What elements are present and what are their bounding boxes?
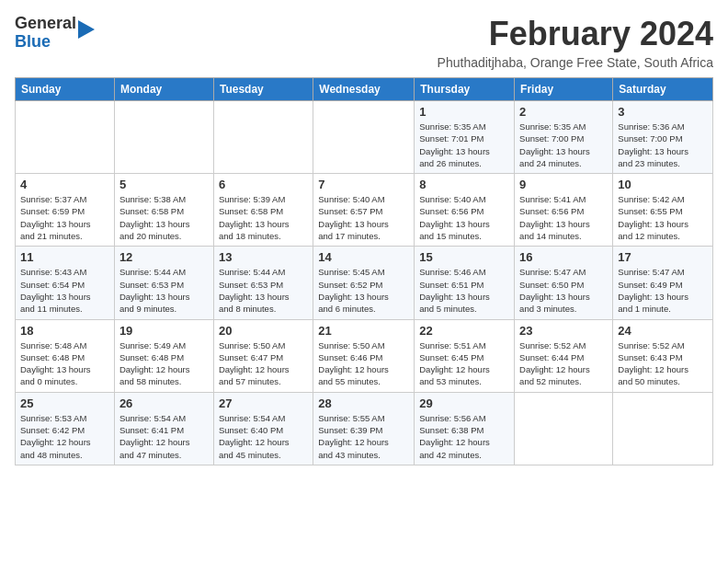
day-number: 16: [519, 250, 608, 264]
day-number: 24: [618, 324, 708, 338]
day-number: 10: [618, 178, 708, 191]
day-number: 6: [219, 178, 308, 191]
day-number: 11: [20, 250, 109, 264]
calendar-cell: 25Sunrise: 5:53 AM Sunset: 6:42 PM Dayli…: [16, 392, 115, 465]
day-info: Sunrise: 5:50 AM Sunset: 6:46 PM Dayligh…: [318, 339, 409, 388]
svg-marker-0: [78, 20, 95, 39]
day-info: Sunrise: 5:47 AM Sunset: 6:50 PM Dayligh…: [519, 266, 608, 315]
calendar-cell: 10Sunrise: 5:42 AM Sunset: 6:55 PM Dayli…: [613, 174, 713, 247]
day-number: 13: [219, 250, 308, 264]
calendar-cell: [313, 101, 415, 174]
calendar-cell: [213, 101, 313, 174]
calendar-cell: 1Sunrise: 5:35 AM Sunset: 7:01 PM Daylig…: [415, 101, 515, 174]
calendar-cell: 15Sunrise: 5:46 AM Sunset: 6:51 PM Dayli…: [415, 247, 515, 319]
day-info: Sunrise: 5:55 AM Sunset: 6:39 PM Dayligh…: [318, 412, 409, 461]
day-number: 8: [419, 178, 509, 191]
calendar-cell: 5Sunrise: 5:38 AM Sunset: 6:58 PM Daylig…: [114, 174, 213, 247]
day-info: Sunrise: 5:40 AM Sunset: 6:57 PM Dayligh…: [318, 193, 409, 242]
logo-icon: [78, 20, 95, 39]
day-number: 19: [119, 324, 209, 338]
day-info: Sunrise: 5:47 AM Sunset: 6:49 PM Dayligh…: [618, 266, 708, 315]
calendar-cell: 4Sunrise: 5:37 AM Sunset: 6:59 PM Daylig…: [16, 174, 115, 247]
calendar-cell: 29Sunrise: 5:56 AM Sunset: 6:38 PM Dayli…: [415, 392, 515, 465]
calendar-cell: 28Sunrise: 5:55 AM Sunset: 6:39 PM Dayli…: [313, 392, 415, 465]
day-info: Sunrise: 5:35 AM Sunset: 7:00 PM Dayligh…: [519, 121, 608, 169]
calendar-cell: 19Sunrise: 5:49 AM Sunset: 6:48 PM Dayli…: [114, 319, 213, 392]
day-number: 20: [219, 324, 308, 338]
calendar-cell: 3Sunrise: 5:36 AM Sunset: 7:00 PM Daylig…: [613, 101, 713, 174]
day-info: Sunrise: 5:50 AM Sunset: 6:47 PM Dayligh…: [219, 339, 308, 388]
day-info: Sunrise: 5:35 AM Sunset: 7:01 PM Dayligh…: [419, 121, 509, 169]
day-number: 25: [20, 396, 109, 410]
day-info: Sunrise: 5:44 AM Sunset: 6:53 PM Dayligh…: [219, 266, 308, 315]
calendar-cell: 11Sunrise: 5:43 AM Sunset: 6:54 PM Dayli…: [16, 247, 115, 319]
col-header-saturday: Saturday: [613, 78, 713, 101]
day-info: Sunrise: 5:56 AM Sunset: 6:38 PM Dayligh…: [419, 412, 509, 461]
day-number: 3: [618, 105, 708, 119]
col-header-tuesday: Tuesday: [213, 78, 313, 101]
calendar-cell: 22Sunrise: 5:51 AM Sunset: 6:45 PM Dayli…: [415, 319, 515, 392]
day-info: Sunrise: 5:45 AM Sunset: 6:52 PM Dayligh…: [318, 266, 409, 315]
day-info: Sunrise: 5:54 AM Sunset: 6:40 PM Dayligh…: [219, 412, 308, 461]
day-number: 1: [419, 105, 509, 119]
logo-text: General Blue: [15, 15, 76, 52]
day-number: 4: [20, 178, 109, 191]
calendar-cell: [613, 392, 713, 465]
calendar-cell: 2Sunrise: 5:35 AM Sunset: 7:00 PM Daylig…: [515, 101, 613, 174]
calendar-cell: 13Sunrise: 5:44 AM Sunset: 6:53 PM Dayli…: [213, 247, 313, 319]
col-header-wednesday: Wednesday: [313, 78, 415, 101]
calendar-cell: 8Sunrise: 5:40 AM Sunset: 6:56 PM Daylig…: [415, 174, 515, 247]
col-header-monday: Monday: [114, 78, 213, 101]
day-number: 22: [419, 324, 509, 338]
calendar-week-row: 4Sunrise: 5:37 AM Sunset: 6:59 PM Daylig…: [16, 174, 713, 247]
page-header: General Blue February 2024 Phuthaditjhab…: [15, 15, 713, 70]
col-header-sunday: Sunday: [16, 78, 115, 101]
day-number: 28: [318, 396, 409, 410]
calendar-cell: 7Sunrise: 5:40 AM Sunset: 6:57 PM Daylig…: [313, 174, 415, 247]
day-number: 23: [519, 324, 608, 338]
day-number: 14: [318, 250, 409, 264]
day-info: Sunrise: 5:53 AM Sunset: 6:42 PM Dayligh…: [20, 412, 109, 461]
day-info: Sunrise: 5:42 AM Sunset: 6:55 PM Dayligh…: [618, 193, 708, 242]
location-title: Phuthaditjhaba, Orange Free State, South…: [438, 55, 713, 70]
calendar-cell: [114, 101, 213, 174]
day-number: 2: [519, 105, 608, 119]
col-header-friday: Friday: [515, 78, 613, 101]
day-number: 9: [519, 178, 608, 191]
calendar-week-row: 25Sunrise: 5:53 AM Sunset: 6:42 PM Dayli…: [16, 392, 713, 465]
logo: General Blue: [15, 15, 95, 52]
day-info: Sunrise: 5:44 AM Sunset: 6:53 PM Dayligh…: [119, 266, 209, 315]
day-info: Sunrise: 5:41 AM Sunset: 6:56 PM Dayligh…: [519, 193, 608, 242]
calendar-cell: 27Sunrise: 5:54 AM Sunset: 6:40 PM Dayli…: [213, 392, 313, 465]
day-number: 12: [119, 250, 209, 264]
day-info: Sunrise: 5:37 AM Sunset: 6:59 PM Dayligh…: [20, 193, 109, 242]
day-number: 7: [318, 178, 409, 191]
calendar-cell: 17Sunrise: 5:47 AM Sunset: 6:49 PM Dayli…: [613, 247, 713, 319]
calendar-cell: 16Sunrise: 5:47 AM Sunset: 6:50 PM Dayli…: [515, 247, 613, 319]
calendar-cell: 24Sunrise: 5:52 AM Sunset: 6:43 PM Dayli…: [613, 319, 713, 392]
day-number: 27: [219, 396, 308, 410]
calendar-cell: 23Sunrise: 5:52 AM Sunset: 6:44 PM Dayli…: [515, 319, 613, 392]
day-info: Sunrise: 5:51 AM Sunset: 6:45 PM Dayligh…: [419, 339, 509, 388]
calendar-cell: 14Sunrise: 5:45 AM Sunset: 6:52 PM Dayli…: [313, 247, 415, 319]
day-number: 29: [419, 396, 509, 410]
day-number: 21: [318, 324, 409, 338]
day-info: Sunrise: 5:54 AM Sunset: 6:41 PM Dayligh…: [119, 412, 209, 461]
calendar-cell: 21Sunrise: 5:50 AM Sunset: 6:46 PM Dayli…: [313, 319, 415, 392]
day-info: Sunrise: 5:48 AM Sunset: 6:48 PM Dayligh…: [20, 339, 109, 388]
calendar-cell: [515, 392, 613, 465]
day-info: Sunrise: 5:40 AM Sunset: 6:56 PM Dayligh…: [419, 193, 509, 242]
day-number: 17: [618, 250, 708, 264]
title-section: February 2024 Phuthaditjhaba, Orange Fre…: [438, 15, 713, 70]
day-number: 5: [119, 178, 209, 191]
month-title: February 2024: [438, 15, 713, 53]
day-info: Sunrise: 5:39 AM Sunset: 6:58 PM Dayligh…: [219, 193, 308, 242]
calendar-cell: 12Sunrise: 5:44 AM Sunset: 6:53 PM Dayli…: [114, 247, 213, 319]
day-info: Sunrise: 5:52 AM Sunset: 6:44 PM Dayligh…: [519, 339, 608, 388]
calendar-week-row: 18Sunrise: 5:48 AM Sunset: 6:48 PM Dayli…: [16, 319, 713, 392]
calendar-cell: 9Sunrise: 5:41 AM Sunset: 6:56 PM Daylig…: [515, 174, 613, 247]
calendar-cell: 18Sunrise: 5:48 AM Sunset: 6:48 PM Dayli…: [16, 319, 115, 392]
calendar-cell: 20Sunrise: 5:50 AM Sunset: 6:47 PM Dayli…: [213, 319, 313, 392]
calendar-week-row: 1Sunrise: 5:35 AM Sunset: 7:01 PM Daylig…: [16, 101, 713, 174]
calendar-header-row: SundayMondayTuesdayWednesdayThursdayFrid…: [16, 78, 713, 101]
